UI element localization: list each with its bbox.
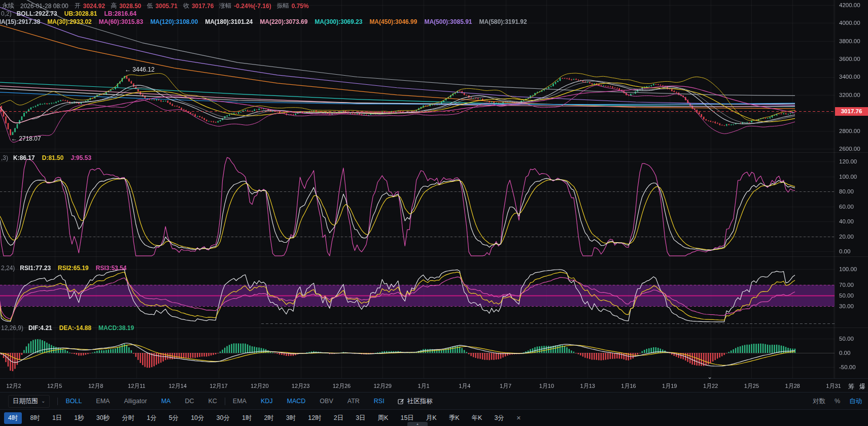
ma-value: MA(450):3046.99 [369, 18, 417, 25]
price-axis-label: 2800.00 [839, 128, 860, 134]
date-tick-label: 1月25 [744, 382, 759, 390]
price-axis-label: 2600.00 [839, 146, 860, 152]
rsi-axis-label: 70.00 [839, 282, 854, 288]
boll-value: BOLL:2922.73 [17, 10, 57, 17]
price-axis-label: 4200.00 [839, 2, 860, 8]
ohlc-field-value: 3017.76 [192, 3, 214, 10]
timeframe-item[interactable]: 月K [426, 414, 437, 422]
timeframe-item[interactable]: 季K [449, 414, 460, 422]
timeframe-item[interactable]: 分时 [122, 414, 134, 422]
boll-params: 0,2) [1, 10, 12, 17]
corner-tool-button[interactable]: 筹 [848, 382, 854, 391]
date-tick-label: 12月29 [373, 382, 391, 390]
indicator-button-kdj[interactable]: KDJ [261, 398, 273, 405]
rsi-value: RSI1:77.23 [20, 265, 51, 272]
timeframe-item[interactable]: 5分 [169, 414, 179, 422]
indicator-button-atr[interactable]: ATR [348, 398, 360, 405]
macd-axis-label: 50.00 [839, 336, 854, 342]
timeframe-item[interactable]: 3时 [286, 414, 296, 422]
close-icon[interactable]: ✕ [516, 415, 521, 421]
indicator-button-kc[interactable]: KC [208, 398, 217, 405]
kdj-axis-label: 120.00 [839, 158, 857, 165]
scale-control[interactable]: 自动 [849, 397, 862, 406]
date-tick-label: 1月22 [703, 382, 718, 390]
timeframe-item[interactable]: 3日 [356, 414, 365, 422]
date-range-button[interactable]: 日期范围 ⌄ [8, 395, 50, 408]
indicator-button-ma[interactable]: MA [161, 398, 171, 405]
timeframe-item[interactable]: 1秒 [74, 414, 84, 422]
rsi-axis-label: 50.00 [839, 292, 854, 299]
scale-control[interactable]: % [835, 398, 840, 405]
timeframe-bar: 4时8时1日1秒30秒分时1分5分10分30分1时2时3时12时2日3日周K15… [0, 409, 868, 426]
chart-canvas[interactable] [0, 0, 868, 379]
date-tick-label: 1月16 [621, 382, 636, 390]
timeframe-item[interactable]: 1分 [147, 414, 156, 422]
corner-tool-button[interactable]: 爆 [859, 382, 865, 391]
indicator-button-rsi[interactable]: RSI [374, 398, 385, 405]
scale-control[interactable]: 对数 [813, 397, 825, 406]
timeframe-item[interactable]: 15日 [400, 414, 413, 422]
kdj-axis-label: 80.00 [839, 188, 854, 194]
ma-value: MA(220):3073.69 [260, 18, 307, 25]
last-price-badge: 3017.76 [835, 107, 868, 116]
kdj-axis-label: 20.00 [839, 234, 854, 240]
ohlc-field-value: 3028.50 [119, 3, 141, 10]
boll-value: LB:2816.64 [104, 10, 136, 17]
indicator-toolbar: 日期范围 ⌄ BOLLEMAAlligatorMADCKC EMAKDJMACD… [0, 392, 868, 410]
indicator-button-boll[interactable]: BOLL [65, 398, 82, 405]
date-axis[interactable]: 12月212月512月812月1112月1412月1712月2012月2312月… [0, 378, 868, 392]
timeframe-item[interactable]: 12时 [308, 414, 321, 422]
contract-label: 永续 [2, 2, 14, 10]
timeframe-item[interactable]: 4时 [4, 412, 22, 424]
timeframe-item[interactable]: 1时 [242, 414, 252, 422]
date-tick-label: 1月28 [785, 382, 800, 390]
macd-axis-label: 0.00 [839, 350, 850, 356]
indicator-button-obv[interactable]: OBV [320, 398, 333, 405]
chevron-down-icon[interactable]: ⌄ [705, 374, 714, 380]
ohlc-field-label: 振幅 [277, 2, 289, 10]
timeframe-item[interactable]: 2日 [334, 414, 343, 422]
ma-header: MA(15):2917.38MA(30):2933.02MA(60):3015.… [0, 18, 534, 25]
timeframe-item[interactable]: 2时 [264, 414, 273, 422]
indicator-button-ema[interactable]: EMA [233, 398, 247, 405]
price-axis-label: 3800.00 [839, 38, 860, 44]
high-price-annotation: ← 3446.12 [125, 66, 155, 73]
community-indicators-button[interactable]: 社区指标 [398, 397, 433, 406]
date-tick-label: 12月11 [128, 382, 146, 390]
ma-value: MA(120):3108.00 [150, 18, 198, 25]
indicator-button-alligator[interactable]: Alligator [124, 398, 147, 405]
ohlc-field-label: 开 [75, 2, 81, 10]
ma-value: MA(580):3191.92 [479, 18, 527, 25]
date-tick-label: 1月4 [459, 382, 470, 390]
date-tick-label: 12月5 [47, 382, 62, 390]
indicator-button-ema[interactable]: EMA [96, 398, 110, 405]
timeframe-item[interactable]: 30秒 [96, 414, 110, 422]
timeframe-item[interactable]: 3分 [494, 414, 504, 422]
timeframe-item[interactable]: 10分 [191, 414, 204, 422]
date-tick-label: 1月19 [662, 382, 677, 390]
kdj-value: D:81.50 [42, 154, 64, 161]
scale-controls: 对数%自动 [813, 392, 862, 410]
timeframe-item[interactable]: 年K [472, 414, 482, 422]
timeframe-item[interactable]: 1日 [52, 414, 62, 422]
indicator-button-macd[interactable]: MACD [287, 398, 306, 405]
boll-value: UB:3028.81 [64, 10, 97, 17]
date-tick-label: 1月31 [826, 382, 841, 390]
macd-value: MACD:38.19 [98, 324, 134, 332]
indicator-button-dc[interactable]: DC [185, 398, 194, 405]
price-axis-label: 3200.00 [839, 92, 860, 98]
macd-header: 12,26,9) DIF:4.21DEA:-14.88MACD:38.19 [1, 324, 141, 332]
toolbar-divider [225, 398, 225, 405]
toolbar-divider [57, 398, 58, 405]
date-tick-label: 12月17 [210, 382, 227, 390]
boll-header: 0,2) BOLL:2922.73UB:3028.81LB:2816.64 [1, 10, 144, 17]
rsi-axis-label: 100.00 [839, 266, 857, 272]
timeframe-item[interactable]: 8时 [30, 414, 40, 422]
ma-value: MA(500):3085.91 [424, 18, 472, 25]
timeframe-item[interactable]: 周K [378, 414, 389, 422]
ma-value: MA(180):3101.24 [205, 18, 253, 25]
date-tick-label: 1月10 [539, 382, 554, 390]
collapse-handle[interactable]: ▲ [407, 422, 428, 426]
kdj-value: J:95.53 [71, 154, 91, 161]
timeframe-item[interactable]: 30分 [217, 414, 230, 422]
